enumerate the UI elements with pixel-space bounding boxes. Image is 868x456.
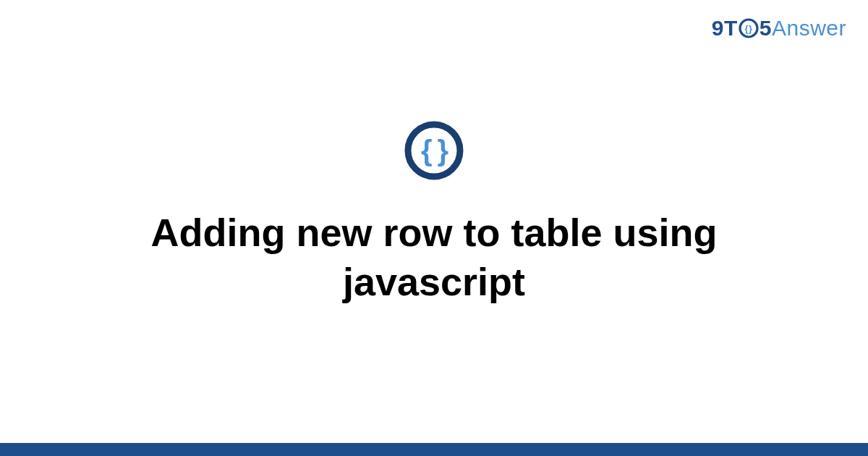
main-content: { } Adding new row to table using javasc… [0,120,868,306]
logo-nine: 9 [712,16,724,41]
logo-o-braces-icon: {} [739,18,759,38]
svg-text:{ }: { } [421,135,448,166]
svg-text:{}: {} [744,23,752,34]
logo-five: 5 [760,16,772,41]
logo-answer: Answer [772,16,846,41]
logo-t: T [724,16,738,41]
footer-bar [0,443,868,456]
code-braces-icon: { } [404,120,464,181]
brand-logo: 9 T {} 5 Answer [712,16,846,41]
page-title: Adding new row to table using javascript [72,208,796,306]
